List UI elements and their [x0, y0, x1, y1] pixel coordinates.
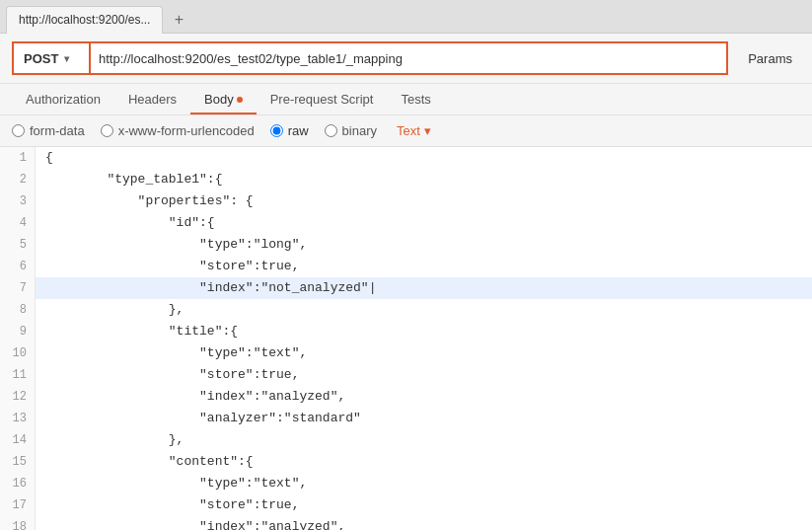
line-content: "analyzer":"standard" [36, 408, 361, 429]
option-urlencoded[interactable]: x-www-form-urlencoded [101, 123, 255, 138]
url-input-wrapper [91, 41, 728, 75]
code-line: 18 "index":"analyzed", [0, 516, 812, 530]
tab-tests[interactable]: Tests [387, 84, 444, 114]
params-label: Params [748, 51, 792, 66]
line-content: "store":true, [36, 256, 299, 277]
tabs-row: Authorization Headers Body Pre-request S… [0, 84, 812, 115]
code-line: 17 "store":true, [0, 494, 812, 516]
tab-body[interactable]: Body [190, 84, 257, 114]
text-format-dropdown[interactable]: Text ▾ [397, 123, 431, 138]
tab-label: http://localhost:9200/es... [19, 13, 150, 27]
code-line: 9 "title":{ [0, 321, 812, 342]
urlencoded-label: x-www-form-urlencoded [118, 123, 255, 138]
main-content: POST ▾ Params Authorization Headers Body… [0, 34, 812, 530]
params-button[interactable]: Params [740, 47, 800, 70]
line-content: "index":"analyzed", [36, 386, 345, 408]
tab-tests-label: Tests [401, 92, 430, 107]
tab-headers-label: Headers [128, 92, 177, 107]
line-number: 7 [0, 277, 36, 299]
line-number: 11 [0, 364, 36, 386]
raw-label: raw [288, 123, 309, 138]
request-bar: POST ▾ Params [0, 34, 812, 84]
code-line: 10 "type":"text", [0, 342, 812, 364]
form-data-label: form-data [30, 123, 85, 138]
code-line: 13 "analyzer":"standard" [0, 408, 812, 429]
tab-authorization[interactable]: Authorization [12, 84, 114, 114]
code-line: 15 "content":{ [0, 451, 812, 473]
code-line: 3 "properties": { [0, 190, 812, 212]
method-selector[interactable]: POST ▾ [12, 41, 91, 75]
new-tab-button[interactable]: + [167, 8, 190, 32]
line-content: "index":"not_analyzed"| [36, 277, 376, 299]
line-content: "id":{ [36, 212, 215, 234]
line-content: "type":"long", [36, 234, 307, 256]
code-line: 8 }, [0, 299, 812, 321]
line-number: 4 [0, 212, 36, 234]
line-content: "content":{ [36, 451, 254, 473]
body-options-row: form-data x-www-form-urlencoded raw bina… [0, 115, 812, 147]
line-number: 15 [0, 451, 36, 473]
line-number: 17 [0, 494, 36, 516]
code-line: 12 "index":"analyzed", [0, 386, 812, 408]
line-content: }, [36, 299, 184, 321]
line-content: "store":true, [36, 364, 299, 386]
code-editor[interactable]: 1{2 "type_table1":{3 "properties": {4 "i… [0, 147, 812, 530]
line-content: }, [36, 429, 184, 451]
method-label: POST [24, 51, 58, 66]
browser-tab-bar: http://localhost:9200/es... + [0, 0, 812, 34]
code-line: 6 "store":true, [0, 256, 812, 277]
line-number: 18 [0, 516, 36, 530]
line-content: "index":"analyzed", [36, 516, 345, 530]
code-line: 14 }, [0, 429, 812, 451]
line-content: { [36, 147, 53, 169]
line-number: 1 [0, 147, 36, 169]
code-line: 4 "id":{ [0, 212, 812, 234]
text-format-label: Text [397, 123, 420, 138]
code-line: 11 "store":true, [0, 364, 812, 386]
line-content: "store":true, [36, 494, 299, 516]
line-content: "properties": { [36, 190, 254, 212]
plus-icon: + [175, 11, 184, 29]
line-number: 10 [0, 342, 36, 364]
line-number: 16 [0, 473, 36, 494]
tab-authorization-label: Authorization [26, 92, 101, 107]
chevron-down-icon: ▾ [64, 53, 69, 64]
tab-body-label: Body [204, 92, 234, 107]
tab-prerequest[interactable]: Pre-request Script [257, 84, 388, 114]
tab-prerequest-label: Pre-request Script [270, 92, 374, 107]
binary-label: binary [342, 123, 377, 138]
line-content: "title":{ [36, 321, 238, 342]
line-number: 6 [0, 256, 36, 277]
body-dot-indicator [237, 97, 243, 103]
line-number: 13 [0, 408, 36, 429]
line-number: 14 [0, 429, 36, 451]
line-number: 9 [0, 321, 36, 342]
line-content: "type":"text", [36, 473, 307, 494]
line-number: 3 [0, 190, 36, 212]
code-line: 2 "type_table1":{ [0, 169, 812, 190]
code-line: 7 "index":"not_analyzed"| [0, 277, 812, 299]
option-form-data[interactable]: form-data [12, 123, 85, 138]
text-format-chevron: ▾ [424, 123, 431, 138]
line-number: 12 [0, 386, 36, 408]
code-line: 16 "type":"text", [0, 473, 812, 494]
line-content: "type_table1":{ [36, 169, 222, 190]
option-binary[interactable]: binary [325, 123, 377, 138]
option-raw[interactable]: raw [270, 123, 309, 138]
line-number: 5 [0, 234, 36, 256]
line-number: 2 [0, 169, 36, 190]
url-input[interactable] [99, 51, 718, 66]
tab-headers[interactable]: Headers [114, 84, 190, 114]
browser-tab[interactable]: http://localhost:9200/es... [6, 6, 163, 34]
line-number: 8 [0, 299, 36, 321]
code-line: 1{ [0, 147, 812, 169]
code-line: 5 "type":"long", [0, 234, 812, 256]
line-content: "type":"text", [36, 342, 307, 364]
